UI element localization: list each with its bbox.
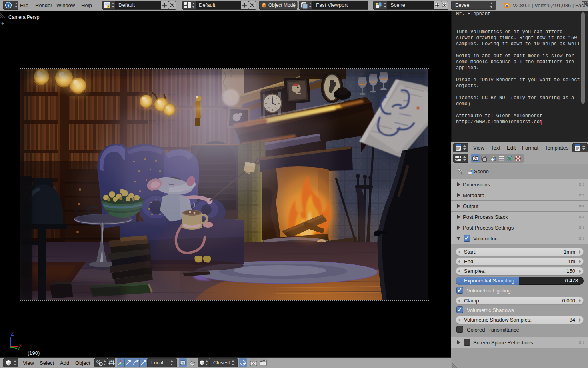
svg-text:Object Mode: Object Mode — [268, 2, 296, 8]
svg-text:Fast Viewport: Fast Viewport — [316, 2, 348, 8]
svg-text:Eevee: Eevee — [455, 2, 469, 8]
svg-text:y: y — [18, 346, 20, 350]
svg-text:Default: Default — [199, 2, 216, 8]
svg-text:Default: Default — [118, 2, 135, 8]
svg-text:Closest: Closest — [213, 360, 230, 366]
svg-text:Local: Local — [151, 360, 163, 366]
svg-text:?: ? — [182, 362, 184, 365]
svg-text:Scene: Scene — [390, 2, 405, 8]
svg-text:Z: Z — [11, 331, 14, 337]
svg-text:(190): (190) — [28, 350, 40, 356]
